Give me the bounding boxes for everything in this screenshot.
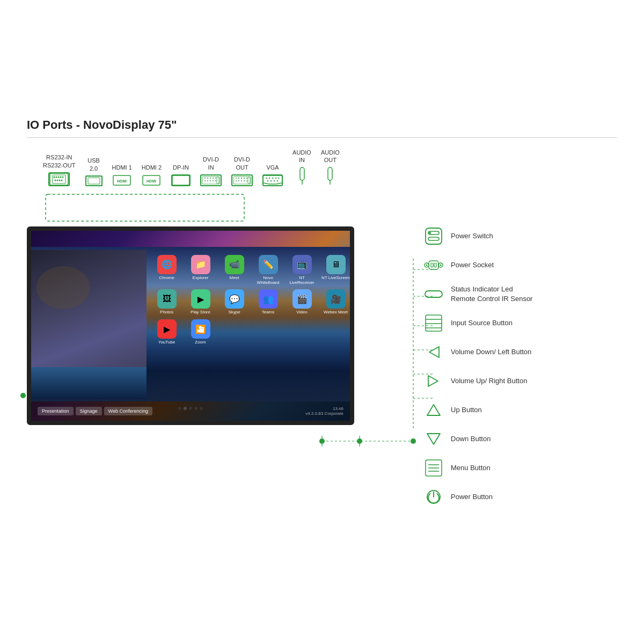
svg-rect-42 (248, 177, 250, 184)
port-dvi-out: DVI-DOUT (231, 156, 253, 186)
volume-down-label: Volume Down/ Left Button (451, 347, 531, 357)
svg-rect-73 (428, 237, 439, 240)
control-status-indicator: Status Indicator LedRemote Control IR Se… (424, 284, 617, 304)
down-button-icon (424, 429, 443, 449)
svg-point-2 (54, 176, 55, 178)
svg-point-26 (210, 180, 211, 181)
svg-rect-12 (88, 178, 100, 184)
svg-point-25 (207, 180, 208, 181)
svg-rect-77 (431, 263, 433, 267)
svg-point-51 (277, 180, 278, 181)
svg-point-47 (278, 178, 279, 179)
tab-signage[interactable]: Signage (76, 407, 102, 415)
input-source-label: Input Source Button (451, 318, 513, 328)
input-source-icon (424, 313, 443, 333)
svg-point-44 (269, 178, 270, 179)
svg-point-45 (272, 178, 273, 179)
svg-rect-56 (46, 194, 244, 221)
svg-point-20 (207, 178, 208, 179)
svg-point-4 (58, 176, 60, 178)
svg-point-72 (429, 232, 431, 234)
control-power-switch: Power Switch (424, 226, 617, 246)
svg-point-49 (270, 180, 272, 181)
svg-point-75 (426, 264, 428, 266)
port-hdmi1: HDMI 1 HDMI (112, 164, 132, 186)
svg-rect-54 (328, 167, 332, 180)
svg-point-46 (275, 178, 276, 179)
svg-point-10 (61, 179, 63, 181)
power-button-icon (424, 487, 443, 507)
down-button-label: Down Button (451, 434, 491, 444)
svg-text:HDMI: HDMI (147, 179, 157, 183)
svg-rect-70 (426, 228, 442, 244)
port-audio-out: AUDIOOUT (321, 149, 340, 186)
control-volume-down: Volume Down/ Left Button (424, 342, 617, 362)
svg-rect-81 (425, 291, 442, 297)
svg-point-43 (266, 178, 267, 179)
app-grid: 🌐Chrome 📁Explorer 📹Meet ✏️Novo WhiteBoar… (147, 250, 350, 350)
svg-point-27 (213, 180, 214, 181)
svg-point-40 (244, 180, 245, 181)
control-down-button: Down Button (424, 429, 617, 449)
svg-point-21 (210, 178, 211, 179)
section-title: IO Ports - NovoDisplay 75" (27, 118, 617, 132)
port-hdmi2: HDMI 2 HDMI (142, 164, 162, 186)
control-power-button: Power Button (424, 487, 617, 507)
port-dvi-in: DVI-DIN (200, 156, 222, 186)
svg-rect-52 (300, 167, 304, 180)
power-socket-label: Power Socket (451, 260, 494, 270)
up-button-icon (424, 400, 443, 420)
svg-rect-1 (53, 175, 65, 184)
svg-point-34 (241, 178, 242, 179)
svg-text:HDMI: HDMI (117, 179, 127, 183)
svg-rect-78 (434, 263, 436, 267)
svg-point-22 (213, 178, 214, 179)
svg-point-33 (238, 178, 239, 179)
svg-point-24 (204, 180, 206, 181)
svg-point-19 (204, 178, 206, 179)
power-socket-icon (424, 255, 443, 275)
control-menu-button: Menu Button (424, 458, 617, 478)
power-switch-icon (424, 226, 443, 246)
status-indicator-icon (424, 284, 443, 304)
svg-point-5 (60, 176, 62, 178)
svg-point-9 (59, 179, 61, 181)
svg-marker-88 (427, 405, 440, 415)
io-ports-row: RS232-IN RS232-OUT USB2.0 (27, 149, 617, 186)
controls-panel: Power Switch Power Socket (413, 226, 617, 516)
svg-point-50 (274, 180, 275, 181)
svg-point-80 (440, 264, 442, 266)
tab-web-conferencing[interactable]: Web Conferencing (104, 407, 152, 415)
tab-presentation[interactable]: Presentation (38, 407, 74, 415)
svg-marker-87 (428, 376, 438, 386)
svg-marker-89 (427, 434, 440, 444)
svg-point-23 (215, 178, 216, 179)
menu-button-icon (424, 458, 443, 478)
status-indicator-label: Status Indicator LedRemote Control IR Se… (451, 284, 532, 304)
up-button-label: Up Button (451, 405, 482, 415)
svg-marker-86 (429, 347, 439, 357)
volume-up-label: Volume Up/ Right Button (451, 376, 527, 386)
svg-rect-29 (217, 177, 219, 184)
volume-down-icon (424, 342, 443, 362)
svg-point-68 (357, 438, 362, 444)
svg-point-7 (55, 179, 56, 181)
control-volume-up: Volume Up/ Right Button (424, 371, 617, 391)
svg-point-6 (62, 176, 64, 178)
left-connector-dot (20, 393, 26, 398)
svg-point-48 (267, 180, 268, 181)
svg-point-39 (241, 180, 242, 181)
svg-point-41 (246, 180, 247, 181)
control-input-source: Input Source Button (424, 313, 617, 333)
port-rs232: RS232-IN RS232-OUT (43, 153, 76, 186)
svg-point-8 (57, 179, 58, 181)
monitor: 🌐Chrome 📁Explorer 📹Meet ✏️Novo WhiteBoar… (27, 226, 354, 516)
svg-point-3 (56, 176, 57, 178)
svg-rect-82 (426, 315, 442, 331)
svg-point-36 (246, 178, 247, 179)
volume-up-icon (424, 371, 443, 391)
svg-point-28 (215, 180, 216, 181)
power-button-label: Power Button (451, 492, 493, 502)
svg-point-35 (244, 178, 245, 179)
power-switch-label: Power Switch (451, 231, 493, 241)
